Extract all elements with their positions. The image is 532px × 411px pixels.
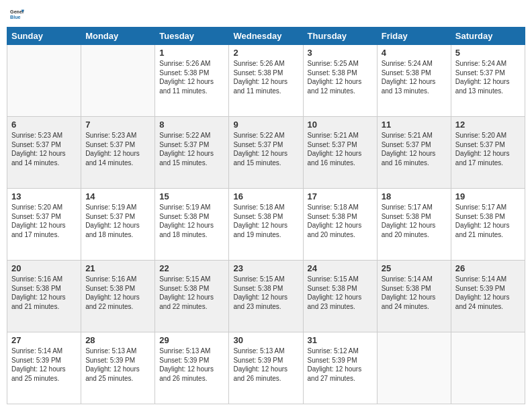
- day-info: Sunrise: 5:15 AMSunset: 5:38 PMDaylight:…: [233, 275, 298, 311]
- weekday-header-wednesday: Wednesday: [229, 28, 303, 45]
- day-number: 10: [308, 120, 373, 130]
- day-number: 25: [382, 263, 447, 273]
- day-number: 3: [308, 48, 373, 58]
- calendar-row-2: 13Sunrise: 5:20 AMSunset: 5:37 PMDayligh…: [7, 189, 525, 261]
- day-number: 28: [85, 335, 150, 345]
- day-number: 15: [159, 191, 224, 201]
- calendar-cell: 13Sunrise: 5:20 AMSunset: 5:37 PMDayligh…: [7, 189, 81, 261]
- day-number: 27: [11, 335, 77, 345]
- day-info: Sunrise: 5:13 AMSunset: 5:39 PMDaylight:…: [159, 347, 224, 383]
- day-number: 11: [382, 120, 447, 130]
- day-number: 9: [233, 120, 298, 130]
- day-number: 22: [159, 263, 224, 273]
- calendar-cell: 1Sunrise: 5:26 AMSunset: 5:38 PMDaylight…: [155, 45, 229, 117]
- day-number: 26: [455, 263, 521, 273]
- day-info: Sunrise: 5:26 AMSunset: 5:38 PMDaylight:…: [233, 59, 298, 95]
- calendar-cell: 24Sunrise: 5:15 AMSunset: 5:38 PMDayligh…: [303, 261, 377, 332]
- day-number: 20: [11, 263, 77, 273]
- calendar-cell: 10Sunrise: 5:21 AMSunset: 5:37 PMDayligh…: [303, 117, 377, 189]
- calendar-cell: 31Sunrise: 5:12 AMSunset: 5:39 PMDayligh…: [303, 332, 377, 404]
- day-number: 5: [455, 48, 521, 58]
- day-info: Sunrise: 5:21 AMSunset: 5:37 PMDaylight:…: [308, 131, 373, 167]
- calendar-cell: 9Sunrise: 5:22 AMSunset: 5:37 PMDaylight…: [229, 117, 303, 189]
- day-number: 31: [308, 335, 373, 345]
- day-info: Sunrise: 5:13 AMSunset: 5:39 PMDaylight:…: [233, 347, 298, 383]
- day-number: 16: [233, 191, 298, 201]
- calendar-cell: 2Sunrise: 5:26 AMSunset: 5:38 PMDaylight…: [229, 45, 303, 117]
- day-number: 21: [85, 263, 150, 273]
- day-number: 18: [382, 191, 447, 201]
- day-info: Sunrise: 5:23 AMSunset: 5:37 PMDaylight:…: [11, 131, 77, 167]
- svg-text:Blue: Blue: [10, 15, 21, 20]
- day-info: Sunrise: 5:24 AMSunset: 5:38 PMDaylight:…: [382, 59, 447, 95]
- weekday-header-sunday: Sunday: [7, 28, 81, 45]
- weekday-header-saturday: Saturday: [451, 28, 525, 45]
- calendar-cell: 18Sunrise: 5:17 AMSunset: 5:38 PMDayligh…: [377, 189, 451, 261]
- day-info: Sunrise: 5:14 AMSunset: 5:39 PMDaylight:…: [455, 275, 521, 311]
- day-info: Sunrise: 5:13 AMSunset: 5:39 PMDaylight:…: [85, 347, 150, 383]
- day-number: 30: [233, 335, 298, 345]
- day-info: Sunrise: 5:21 AMSunset: 5:37 PMDaylight:…: [382, 131, 447, 167]
- logo: General Blue: [9, 7, 24, 21]
- day-info: Sunrise: 5:20 AMSunset: 5:37 PMDaylight:…: [11, 203, 77, 239]
- day-number: 12: [455, 120, 521, 130]
- day-info: Sunrise: 5:12 AMSunset: 5:39 PMDaylight:…: [308, 347, 373, 383]
- calendar-row-1: 6Sunrise: 5:23 AMSunset: 5:37 PMDaylight…: [7, 117, 525, 189]
- day-info: Sunrise: 5:16 AMSunset: 5:38 PMDaylight:…: [11, 275, 77, 311]
- day-info: Sunrise: 5:25 AMSunset: 5:38 PMDaylight:…: [308, 59, 373, 95]
- calendar-cell: 27Sunrise: 5:14 AMSunset: 5:39 PMDayligh…: [7, 332, 81, 404]
- day-number: 19: [455, 191, 521, 201]
- header: General Blue: [7, 7, 525, 21]
- day-info: Sunrise: 5:20 AMSunset: 5:37 PMDaylight:…: [455, 131, 521, 167]
- day-info: Sunrise: 5:18 AMSunset: 5:38 PMDaylight:…: [308, 203, 373, 239]
- day-info: Sunrise: 5:22 AMSunset: 5:37 PMDaylight:…: [233, 131, 298, 167]
- calendar-cell: [81, 45, 155, 117]
- calendar-cell: 25Sunrise: 5:14 AMSunset: 5:38 PMDayligh…: [377, 261, 451, 332]
- calendar-cell: 6Sunrise: 5:23 AMSunset: 5:37 PMDaylight…: [7, 117, 81, 189]
- day-number: 4: [382, 48, 447, 58]
- day-number: 6: [11, 120, 77, 130]
- calendar-cell: 3Sunrise: 5:25 AMSunset: 5:38 PMDaylight…: [303, 45, 377, 117]
- day-number: 1: [159, 48, 224, 58]
- calendar-cell: 4Sunrise: 5:24 AMSunset: 5:38 PMDaylight…: [377, 45, 451, 117]
- weekday-header-row: SundayMondayTuesdayWednesdayThursdayFrid…: [7, 28, 525, 45]
- weekday-header-thursday: Thursday: [303, 28, 377, 45]
- calendar-cell: 28Sunrise: 5:13 AMSunset: 5:39 PMDayligh…: [81, 332, 155, 404]
- calendar-table: SundayMondayTuesdayWednesdayThursdayFrid…: [7, 27, 525, 404]
- day-info: Sunrise: 5:19 AMSunset: 5:38 PMDaylight:…: [159, 203, 224, 239]
- calendar-cell: 16Sunrise: 5:18 AMSunset: 5:38 PMDayligh…: [229, 189, 303, 261]
- calendar-cell: 12Sunrise: 5:20 AMSunset: 5:37 PMDayligh…: [451, 117, 525, 189]
- day-number: 29: [159, 335, 224, 345]
- day-info: Sunrise: 5:24 AMSunset: 5:37 PMDaylight:…: [455, 59, 521, 95]
- day-info: Sunrise: 5:22 AMSunset: 5:37 PMDaylight:…: [159, 131, 224, 167]
- calendar-row-4: 27Sunrise: 5:14 AMSunset: 5:39 PMDayligh…: [7, 332, 525, 404]
- weekday-header-friday: Friday: [377, 28, 451, 45]
- page: General Blue SundayMondayTuesdayWednesda…: [0, 0, 532, 411]
- day-number: 2: [233, 48, 298, 58]
- day-info: Sunrise: 5:26 AMSunset: 5:38 PMDaylight:…: [159, 59, 224, 95]
- day-info: Sunrise: 5:17 AMSunset: 5:38 PMDaylight:…: [455, 203, 521, 239]
- day-info: Sunrise: 5:14 AMSunset: 5:38 PMDaylight:…: [382, 275, 447, 311]
- day-info: Sunrise: 5:15 AMSunset: 5:38 PMDaylight:…: [159, 275, 224, 311]
- day-info: Sunrise: 5:18 AMSunset: 5:38 PMDaylight:…: [233, 203, 298, 239]
- day-number: 7: [85, 120, 150, 130]
- calendar-cell: 22Sunrise: 5:15 AMSunset: 5:38 PMDayligh…: [155, 261, 229, 332]
- calendar-cell: 20Sunrise: 5:16 AMSunset: 5:38 PMDayligh…: [7, 261, 81, 332]
- day-info: Sunrise: 5:15 AMSunset: 5:38 PMDaylight:…: [308, 275, 373, 311]
- day-number: 8: [159, 120, 224, 130]
- calendar-cell: 8Sunrise: 5:22 AMSunset: 5:37 PMDaylight…: [155, 117, 229, 189]
- calendar-cell: [377, 332, 451, 404]
- calendar-cell: 17Sunrise: 5:18 AMSunset: 5:38 PMDayligh…: [303, 189, 377, 261]
- calendar-cell: 30Sunrise: 5:13 AMSunset: 5:39 PMDayligh…: [229, 332, 303, 404]
- day-info: Sunrise: 5:16 AMSunset: 5:38 PMDaylight:…: [85, 275, 150, 311]
- calendar-row-3: 20Sunrise: 5:16 AMSunset: 5:38 PMDayligh…: [7, 261, 525, 332]
- day-number: 13: [11, 191, 77, 201]
- calendar-cell: 26Sunrise: 5:14 AMSunset: 5:39 PMDayligh…: [451, 261, 525, 332]
- calendar-row-0: 1Sunrise: 5:26 AMSunset: 5:38 PMDaylight…: [7, 45, 525, 117]
- day-number: 23: [233, 263, 298, 273]
- weekday-header-monday: Monday: [81, 28, 155, 45]
- calendar-cell: 23Sunrise: 5:15 AMSunset: 5:38 PMDayligh…: [229, 261, 303, 332]
- calendar-cell: 14Sunrise: 5:19 AMSunset: 5:37 PMDayligh…: [81, 189, 155, 261]
- calendar-cell: 29Sunrise: 5:13 AMSunset: 5:39 PMDayligh…: [155, 332, 229, 404]
- weekday-header-tuesday: Tuesday: [155, 28, 229, 45]
